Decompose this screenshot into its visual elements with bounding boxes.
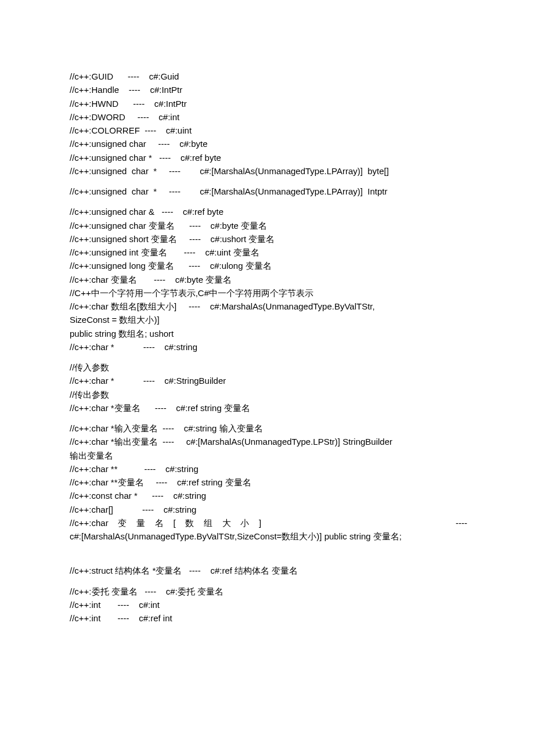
code-line: //c++:委托 变量名 ---- c#:委托 变量名 bbox=[70, 585, 467, 598]
blank-line bbox=[70, 578, 467, 585]
blank-line bbox=[70, 354, 467, 361]
code-line: //c++:struct 结构体名 *变量名 ---- c#:ref 结构体名 … bbox=[70, 564, 467, 577]
code-line: //c++:unsigned char * ---- c#:ref byte bbox=[70, 151, 467, 164]
code-line: //c++:char * ---- c#:StringBuilder bbox=[70, 374, 467, 387]
code-line: //c++:Handle ---- c#:IntPtr bbox=[70, 83, 467, 96]
code-line: //c++:unsigned short 变量名 ---- c#:ushort … bbox=[70, 232, 467, 246]
code-line: //c++:unsigned char * ---- c#:[MarshalAs… bbox=[70, 185, 467, 198]
code-line: //c++:const char * ---- c#:string bbox=[70, 489, 467, 502]
code-line: //c++:GUID ---- c#:Guid bbox=[70, 70, 467, 83]
code-line: //c++:unsigned int 变量名 ---- c#:uint 变量名 bbox=[70, 246, 467, 259]
code-line: //c++:char[] ---- c#:string bbox=[70, 503, 467, 516]
code-line: //传出参数 bbox=[70, 388, 467, 401]
blank-line bbox=[70, 198, 467, 205]
code-line: //C++中一个字符用一个字节表示,C#中一个字符用两个字节表示 bbox=[70, 286, 467, 300]
code-line: public string 数组名; ushort bbox=[70, 327, 467, 340]
blank-line bbox=[70, 415, 467, 422]
code-line: //c++:char *输出变量名 ---- c#:[MarshalAs(Unm… bbox=[70, 435, 467, 448]
code-line: //c++:unsigned char & ---- c#:ref byte bbox=[70, 205, 467, 218]
document-page: //c++:GUID ---- c#:Guid //c++:Handle ---… bbox=[0, 0, 534, 660]
code-line: //c++:char *变量名 ---- c#:ref string 变量名 bbox=[70, 401, 467, 415]
blank-line bbox=[70, 543, 467, 564]
blank-line bbox=[70, 178, 467, 185]
code-line: //c++:char 数组名[数组大小] ---- c#:MarshalAs(U… bbox=[70, 300, 467, 313]
code-line: 输出变量名 bbox=[70, 449, 467, 462]
code-line: //c++:int ---- c#:ref int bbox=[70, 611, 467, 625]
code-line: //c++:char *输入变量名 ---- c#:string 输入变量名 bbox=[70, 422, 467, 435]
code-line: //c++:unsigned char 变量名 ---- c#:byte 变量名 bbox=[70, 219, 467, 232]
code-line: //c++:char 变量名 ---- c#:byte 变量名 bbox=[70, 273, 467, 286]
code-line: //c++:char **变量名 ---- c#:ref string 变量名 bbox=[70, 476, 467, 489]
code-line: //c++:unsigned char ---- c#:byte bbox=[70, 137, 467, 150]
code-line: //c++:char * ---- c#:string bbox=[70, 340, 467, 354]
code-text-left: //c++:char 变 量 名 [ 数 组 大 小 ] bbox=[70, 516, 261, 530]
code-line: //c++:COLORREF ---- c#:uint bbox=[70, 124, 467, 137]
code-line: SizeConst = 数组大小)] bbox=[70, 313, 467, 326]
code-line: //传入参数 bbox=[70, 361, 467, 374]
code-line: //c++:int ---- c#:int bbox=[70, 598, 467, 611]
code-line: //c++:unsigned char * ---- c#:[MarshalAs… bbox=[70, 164, 467, 178]
code-line: c#:[MarshalAs(UnmanagedType.ByValTStr,Si… bbox=[70, 530, 467, 543]
code-line: //c++:unsigned long 变量名 ---- c#:ulong 变量… bbox=[70, 259, 467, 272]
code-line: //c++:HWND ---- c#:IntPtr bbox=[70, 97, 467, 110]
code-line: //c++:DWORD ---- c#:int bbox=[70, 110, 467, 124]
code-line-justified: //c++:char 变 量 名 [ 数 组 大 小 ] ---- bbox=[70, 516, 467, 530]
code-text-right: ---- bbox=[456, 516, 467, 530]
code-line: //c++:char ** ---- c#:string bbox=[70, 462, 467, 476]
